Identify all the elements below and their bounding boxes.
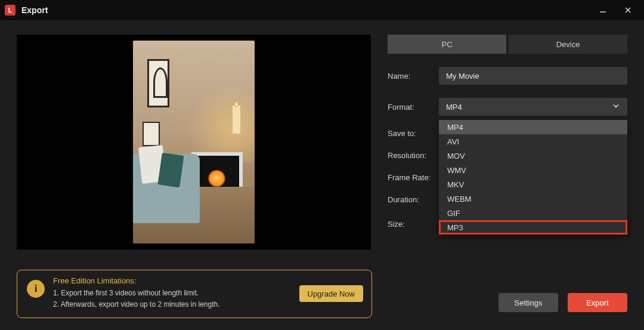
window-title: Export: [21, 5, 48, 15]
tab-device[interactable]: Device: [509, 35, 627, 54]
close-button[interactable]: [617, 0, 639, 20]
label-resolution: Resolution:: [388, 151, 439, 160]
info-icon: i: [27, 280, 45, 298]
name-input[interactable]: [439, 67, 627, 85]
upgrade-button[interactable]: Upgrade Now: [299, 285, 364, 302]
row-name: Name:: [388, 67, 627, 85]
format-select[interactable]: MP4: [439, 98, 627, 116]
limitations-line1: 1. Export the first 3 videos without len…: [53, 288, 220, 299]
limitations-heading: Free Edition Limitations:: [53, 276, 220, 285]
footer: i Free Edition Limitations: 1. Export th…: [0, 270, 644, 330]
limitations-line2: 2. Afterwards, export video up to 2 minu…: [53, 299, 220, 310]
label-save-to: Save to:: [388, 129, 439, 138]
format-option-gif[interactable]: GIF: [439, 206, 627, 220]
chevron-down-icon: [612, 102, 620, 112]
window-controls: [592, 0, 639, 20]
format-dropdown[interactable]: MP4AVIMOVWMVMKVWEBMGIFMP3: [439, 120, 627, 235]
export-settings-pane: PC Device Name: Format: MP4 Save to:: [388, 35, 627, 264]
label-name: Name:: [388, 72, 439, 81]
minimize-button[interactable]: [592, 0, 614, 20]
fields-group: Name: Format: MP4 Save to: Resolution:: [388, 67, 627, 229]
main-area: PC Device Name: Format: MP4 Save to:: [0, 20, 644, 270]
label-duration: Duration:: [388, 195, 439, 204]
preview-thumbnail: [133, 41, 255, 243]
label-frame-rate: Frame Rate:: [388, 173, 439, 182]
format-option-mov[interactable]: MOV: [439, 149, 627, 163]
preview-pane: [17, 35, 371, 249]
limitations-text: Free Edition Limitations: 1. Export the …: [53, 276, 220, 310]
format-option-mkv[interactable]: MKV: [439, 177, 627, 192]
title-bar: L Export: [0, 0, 644, 20]
app-icon: L: [5, 5, 16, 16]
format-option-avi[interactable]: AVI: [439, 134, 627, 149]
format-option-webm[interactable]: WEBM: [439, 192, 627, 206]
action-buttons: Settings Export: [499, 293, 627, 318]
label-size: Size:: [388, 220, 439, 229]
export-button[interactable]: Export: [568, 293, 627, 312]
limitations-box: i Free Edition Limitations: 1. Export th…: [17, 270, 372, 318]
label-format: Format:: [388, 103, 439, 112]
format-selected-value: MP4: [446, 103, 462, 112]
settings-button[interactable]: Settings: [499, 293, 558, 312]
format-option-wmv[interactable]: WMV: [439, 163, 627, 177]
target-tabs: PC Device: [388, 35, 627, 54]
format-option-mp4[interactable]: MP4: [439, 120, 627, 134]
row-format: Format: MP4: [388, 98, 627, 116]
tab-pc[interactable]: PC: [388, 35, 506, 54]
format-option-mp3[interactable]: MP3: [439, 220, 627, 235]
